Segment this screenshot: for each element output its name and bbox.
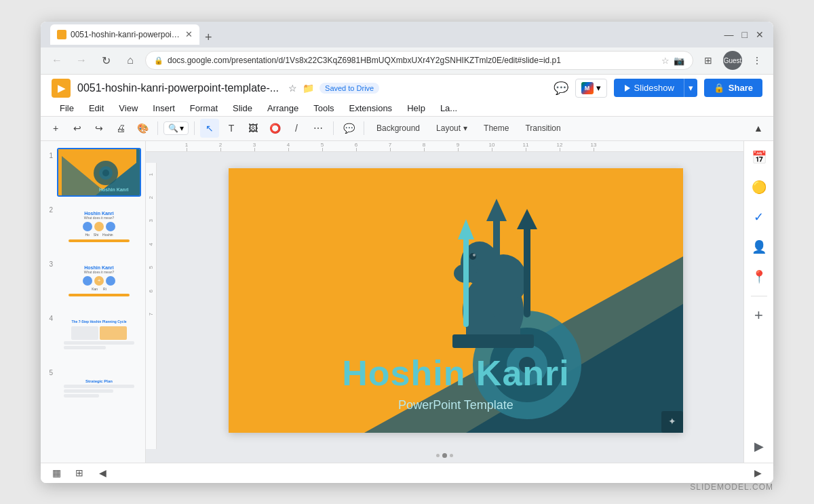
list-item[interactable]: 1 Hoshin Kanri [41,147,145,198]
lock-icon: 🔒 [154,56,163,65]
shapes-tool[interactable]: ⭕ [265,119,284,138]
grid-view-button[interactable]: ⊞ [71,464,88,482]
collapse-toolbar-button[interactable]: ▲ [749,119,768,138]
list-item[interactable]: 3 Hoshin Kanri What does it mean? + KanR… [41,255,145,307]
slideshow-dropdown-button[interactable]: ▾ [684,79,697,97]
menu-format[interactable]: Format [183,100,225,116]
list-item[interactable]: 5 Strategic Plan [41,364,145,415]
expand-sidebar-button[interactable]: ▶ [748,435,770,457]
forward-button[interactable]: → [72,51,91,70]
slide-3-subtitle: What does it mean? [84,270,114,274]
zoom-control[interactable]: 🔍 ▾ [163,121,189,135]
undo-button[interactable]: ↩ [68,119,87,138]
calendar-app-button[interactable]: 📅 [748,147,770,168]
comment-button[interactable]: 💬 [554,81,568,96]
slide-number-2: 2 [45,206,53,214]
share-button[interactable]: 🔒 Share [704,79,762,97]
menu-help[interactable]: Help [400,100,432,116]
more-tools[interactable]: ⋯ [309,119,328,138]
play-icon [625,85,630,92]
maps-app-button[interactable]: 📍 [748,266,770,288]
back-button[interactable]: ← [47,51,66,70]
slide-thumbnail-5[interactable]: Strategic Plan [57,365,141,414]
ruler-tick: 7 [373,142,407,151]
single-slide-view-button[interactable]: ▦ [47,464,65,482]
main-content: 1 Hoshin Kanri [41,141,773,463]
folder-icon[interactable]: 📁 [303,83,314,94]
saved-to-drive-badge[interactable]: Saved to Drive [319,83,379,94]
slide-1-preview: Hoshin Kanri [58,149,140,195]
toolbar-separator-4 [364,121,364,135]
transition-button[interactable]: Transition [518,121,567,135]
slide-thumbnail-4[interactable]: The 7-Step Hoshin Planning Cycle [57,311,141,360]
layout-button[interactable]: Layout ▾ [429,121,474,135]
circle-hoshin [106,222,115,231]
slideshow-button[interactable]: Slideshow [614,79,684,97]
menu-insert[interactable]: Insert [146,100,182,116]
redo-button[interactable]: ↪ [90,119,109,138]
menu-tools[interactable]: Tools [307,100,341,116]
browser-toolbar-right: ⊞ Guest ⋮ [699,51,767,70]
add-app-button[interactable]: + [748,305,770,326]
slides-header: ▶ 0051-hoshin-kanri-powerpoint-template-… [41,75,773,117]
close-button[interactable]: ✕ [756,29,764,40]
slide-3-title: Hoshin Kanri [84,265,114,270]
contacts-app-button[interactable]: 👤 [748,236,770,258]
add-button[interactable]: + [46,119,65,138]
bookmark-icon[interactable]: ☆ [661,56,670,66]
menu-la[interactable]: La... [433,100,464,116]
browser-menu-button[interactable]: ⋮ [748,51,767,70]
image-tool[interactable]: 🖼 [244,119,263,138]
reload-button[interactable]: ↻ [96,51,115,70]
capture-icon[interactable]: 📷 [674,56,684,66]
ruler-tick: 13 [577,142,610,151]
print-button[interactable]: 🖨 [111,119,130,138]
notes-app-button[interactable]: 🟡 [748,176,770,198]
tasks-app-button[interactable]: ✓ [748,206,770,228]
watermark: SLIDEMODEL.COM [690,482,773,492]
ruler-tick: 1 [170,142,204,151]
expand-right-button[interactable]: ▶ [749,464,767,482]
select-tool[interactable]: ↖ [200,119,219,138]
menu-view[interactable]: View [112,100,144,116]
paint-format-button[interactable]: 🎨 [133,119,152,138]
profile-button[interactable]: Guest [723,51,742,70]
slide-thumbnail-2[interactable]: Hoshin Kanri What does it mean? HoShiHos… [57,202,141,251]
svg-text:Hoshin Kanri: Hoshin Kanri [99,187,129,192]
slide-thumbnail-1[interactable]: Hoshin Kanri [57,148,141,197]
tab-close-button[interactable]: ✕ [185,29,193,39]
ruler-tick: 6 [339,142,373,151]
menu-file[interactable]: File [53,100,81,116]
slide-2-circles [83,222,115,231]
menu-slide[interactable]: Slide [226,100,259,116]
new-tab-button[interactable]: + [201,31,216,45]
slide-canvas[interactable]: Hoshin Kanri PowerPoint Template ✦ [229,168,683,433]
home-button[interactable]: ⌂ [121,51,140,70]
menu-arrange[interactable]: Arrange [260,100,305,116]
circle-kan [83,276,92,286]
line-tool[interactable]: / [287,119,306,138]
ruler-tick: 8 [407,142,441,151]
menu-extensions[interactable]: Extensions [343,100,400,116]
meet-button[interactable]: M ▾ [575,79,607,98]
textbox-tool[interactable]: T [222,119,241,138]
address-bar-row: ← → ↻ ⌂ 🔒 docs.google.com/presentation/d… [41,47,773,75]
active-tab[interactable]: 0051-hoshin-kanri-powerpoint-t... ✕ [50,24,199,45]
ruler-tick: 2 [204,142,237,151]
menu-edit[interactable]: Edit [82,100,111,116]
list-item[interactable]: 2 Hoshin Kanri What does it mean? HoShiH… [41,201,145,252]
slide-thumbnail-3[interactable]: Hoshin Kanri What does it mean? + KanRi [57,256,141,305]
doc-title[interactable]: 0051-hoshin-kanri-powerpoint-template-..… [77,82,279,94]
address-bar[interactable]: 🔒 docs.google.com/presentation/d/1Vs8x22… [145,51,693,70]
slide-2-subtitle: What does it mean? [84,216,114,220]
list-item[interactable]: 4 The 7-Step Hoshin Planning Cycle [41,309,145,361]
extensions-button[interactable]: ⊞ [699,51,718,70]
collapse-panel-button[interactable]: ◀ [94,464,111,482]
theme-button[interactable]: Theme [477,121,516,135]
comment-tool[interactable]: 💬 [339,119,358,138]
maximize-button[interactable]: □ [742,29,748,40]
star-icon[interactable]: ☆ [288,83,297,94]
editor-inner: 1 2 3 4 5 6 7 [146,152,743,449]
background-button[interactable]: Background [370,121,427,135]
minimize-button[interactable]: — [724,29,734,40]
